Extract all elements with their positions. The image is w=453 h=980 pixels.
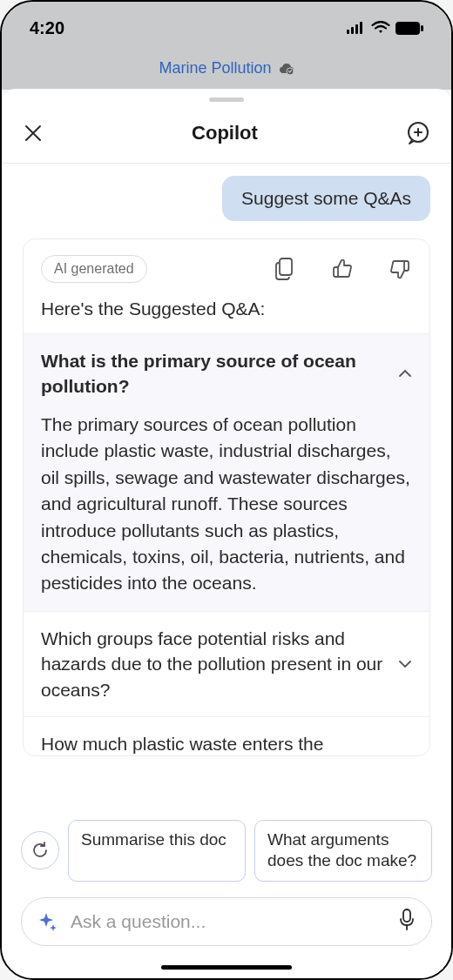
copilot-header: Copilot [2, 102, 451, 164]
document-title[interactable]: Marine Pollution [159, 59, 271, 77]
svg-rect-3 [360, 22, 362, 34]
copilot-sheet: Copilot Suggest some Q&As AI generated [2, 89, 451, 978]
copilot-title: Copilot [192, 122, 258, 144]
refresh-icon [30, 841, 50, 860]
qa-answer: The primary sources of ocean pollution i… [41, 412, 412, 597]
document-header: Marine Pollution [2, 54, 451, 90]
qa-item-cutoff: How much plastic waste enters the [24, 716, 429, 755]
ai-intro-text: Here's the Suggested Q&A: [24, 295, 429, 333]
conversation-area[interactable]: Suggest some Q&As AI generated Here's [2, 164, 451, 809]
input-bar[interactable] [21, 897, 432, 946]
status-time: 4:20 [30, 18, 64, 38]
qa-item-collapsed: Which groups face potential risks and ha… [24, 611, 429, 716]
copy-button[interactable] [273, 257, 297, 281]
ai-generated-badge: AI generated [41, 255, 147, 283]
suggestion-chip[interactable]: What arguments does the doc make? [254, 820, 432, 882]
qa-question: How much plastic waste enters the [41, 731, 412, 755]
status-bar: 4:20 [2, 2, 451, 54]
qa-toggle[interactable]: How much plastic waste enters the [41, 731, 412, 755]
suggestion-chip[interactable]: Summarise this doc [68, 820, 246, 882]
chat-plus-icon [406, 121, 430, 145]
user-message: Suggest some Q&As [23, 176, 430, 221]
ai-response-meta: AI generated [24, 255, 429, 295]
bottom-panel: Summarise this doc What arguments does t… [2, 809, 451, 978]
ai-response-actions [273, 257, 412, 281]
new-chat-button[interactable] [404, 119, 432, 147]
signal-icon [347, 22, 366, 34]
user-message-bubble: Suggest some Q&As [222, 176, 430, 221]
qa-toggle[interactable]: Which groups face potential risks and ha… [41, 626, 412, 702]
thumbs-down-button[interactable] [388, 257, 412, 281]
ai-response-block: AI generated Here's the Suggested Q&A: [23, 238, 430, 756]
cloud-sync-icon [279, 63, 294, 75]
close-icon [24, 124, 43, 143]
status-icons [347, 21, 423, 35]
qa-toggle[interactable]: What is the primary source of ocean poll… [41, 348, 412, 399]
thumbs-up-button[interactable] [330, 257, 355, 281]
suggestions-row: Summarise this doc What arguments does t… [21, 820, 432, 882]
wifi-icon [371, 21, 390, 35]
microphone-button[interactable] [398, 909, 416, 935]
thumbs-up-icon [332, 258, 353, 279]
microphone-icon [398, 909, 416, 931]
battery-icon [396, 22, 423, 35]
thumbs-down-icon [389, 258, 410, 279]
svg-rect-5 [421, 25, 423, 31]
svg-rect-2 [355, 24, 358, 34]
refresh-suggestions-button[interactable] [21, 831, 59, 869]
close-button[interactable] [21, 121, 45, 145]
home-indicator[interactable] [161, 965, 292, 970]
sparkle-icon [37, 911, 58, 932]
question-input[interactable] [71, 911, 386, 932]
svg-rect-9 [403, 910, 410, 922]
svg-rect-4 [396, 22, 420, 35]
svg-rect-8 [280, 258, 292, 275]
qa-question: What is the primary source of ocean poll… [41, 348, 384, 399]
qa-question: Which groups face potential risks and ha… [41, 626, 384, 702]
chevron-down-icon [398, 660, 412, 668]
chevron-up-icon [398, 369, 412, 378]
copy-icon [275, 258, 294, 280]
svg-rect-0 [347, 30, 349, 34]
qa-item-expanded: What is the primary source of ocean poll… [24, 333, 429, 611]
svg-rect-1 [351, 27, 354, 34]
